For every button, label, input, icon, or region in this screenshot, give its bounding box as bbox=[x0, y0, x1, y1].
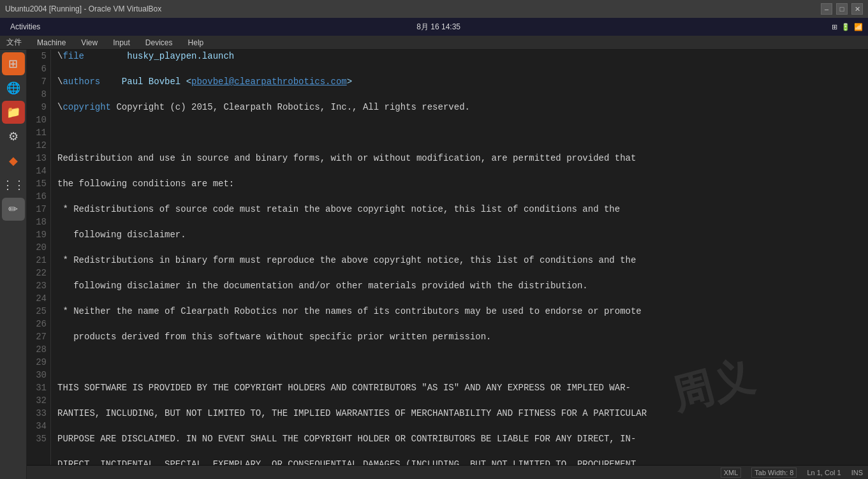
title-bar-title: Ubuntu2004 [Running] - Oracle VM Virtual… bbox=[5, 4, 161, 13]
minimize-button[interactable]: – bbox=[821, 3, 832, 15]
status-tab-width[interactable]: Tab Width: 8 bbox=[751, 468, 797, 478]
gedit-menu-bar: 文件 Machine View Input Devices Help bbox=[0, 36, 868, 50]
title-bar-left: Ubuntu2004 [Running] - Oracle VM Virtual… bbox=[5, 4, 161, 13]
status-position: Ln 1, Col 1 bbox=[807, 469, 841, 476]
status-format[interactable]: XML bbox=[721, 468, 742, 478]
ubuntu-top-bar: Activities 8月 16 14:35 ⊞ 🔋 📶 bbox=[0, 18, 868, 36]
menu-devices[interactable]: Devices bbox=[142, 37, 177, 48]
system-tray: ⊞ 🔋 📶 bbox=[832, 23, 863, 31]
sidebar-icon-files[interactable]: 📁 bbox=[2, 101, 25, 124]
activities-label[interactable]: Activities bbox=[5, 21, 45, 33]
code-editor[interactable]: \file husky_playpen.launch \authors Paul… bbox=[51, 50, 868, 465]
line-numbers: 5678 9101112 13141516 17181920 21222324 … bbox=[27, 50, 51, 465]
window-controls[interactable]: – □ ✕ bbox=[821, 3, 863, 15]
sidebar-icon-activities[interactable]: ⊞ bbox=[2, 52, 25, 75]
sidebar-icon-apps[interactable]: ⋮⋮ bbox=[2, 173, 25, 196]
tray-icon-3: 📶 bbox=[854, 23, 863, 31]
tray-icon-1: ⊞ bbox=[832, 23, 837, 31]
sidebar-icon-editor[interactable]: ✏ bbox=[2, 198, 25, 221]
menu-file[interactable]: 文件 bbox=[3, 36, 26, 49]
menu-view[interactable]: View bbox=[77, 37, 101, 48]
sidebar-icon-settings[interactable]: ⚙ bbox=[2, 125, 25, 148]
editor-area[interactable]: 周义 5678 9101112 13141516 17181920 212223… bbox=[27, 50, 868, 465]
sidebar-icon-layer[interactable]: ◆ bbox=[2, 149, 25, 172]
title-bar: Ubuntu2004 [Running] - Oracle VM Virtual… bbox=[0, 0, 868, 18]
code-container[interactable]: 5678 9101112 13141516 17181920 21222324 … bbox=[27, 50, 868, 465]
status-bar: XML Tab Width: 8 Ln 1, Col 1 INS bbox=[27, 465, 868, 479]
tray-icon-2: 🔋 bbox=[841, 23, 850, 31]
sidebar-icon-browser[interactable]: 🌐 bbox=[2, 77, 25, 99]
close-button[interactable]: ✕ bbox=[851, 3, 863, 15]
menu-machine[interactable]: Machine bbox=[33, 37, 70, 48]
datetime-label: 8月 16 14:35 bbox=[416, 22, 460, 33]
maximize-button[interactable]: □ bbox=[836, 3, 848, 15]
sidebar: ⊞ 🌐 📁 ⚙ ◆ ⋮⋮ ✏ bbox=[0, 50, 27, 479]
menu-input[interactable]: Input bbox=[109, 37, 134, 48]
status-mode: INS bbox=[851, 469, 863, 476]
menu-help[interactable]: Help bbox=[184, 37, 208, 48]
